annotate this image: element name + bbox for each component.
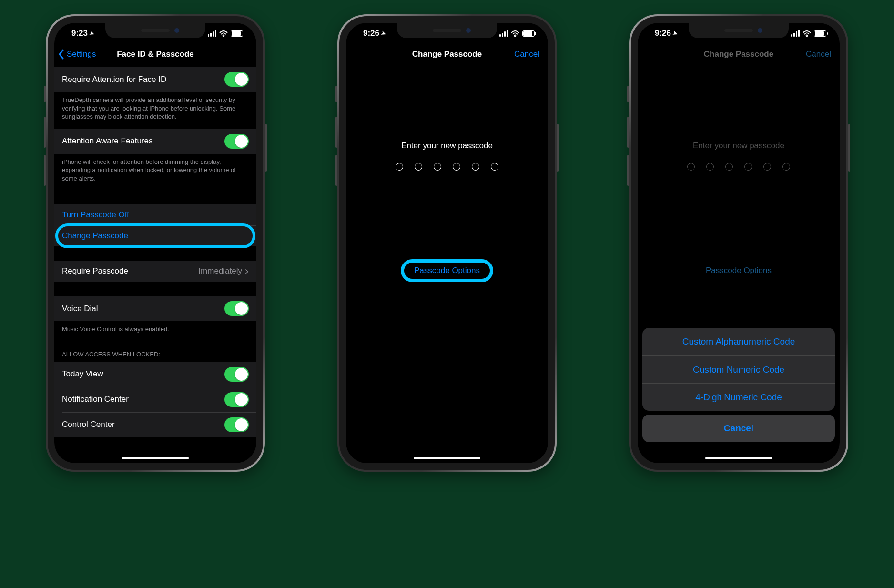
row-label: Attention Aware Features (62, 136, 153, 146)
row-detail: Immediately (198, 266, 242, 276)
location-icon: ➤ (89, 30, 95, 38)
row-require-passcode[interactable]: Require Passcode Immediately (54, 261, 256, 282)
nav-bar: Change Passcode Cancel (346, 44, 548, 65)
battery-icon (814, 30, 826, 37)
phone-2-enter-passcode: 9:26 ➤ Change Passcode Cancel Enter your… (337, 14, 557, 472)
sheet-custom-alphanumeric[interactable]: Custom Alphanumeric Code (642, 328, 835, 355)
passcode-dot (453, 163, 460, 171)
passcode-entry: Enter your new passcode (346, 65, 548, 171)
row-footer: Music Voice Control is always enabled. (54, 321, 256, 341)
cellular-icon (499, 30, 508, 37)
nav-bar: Change Passcode Cancel (638, 44, 840, 65)
row-notification-center[interactable]: Notification Center (54, 387, 256, 412)
status-time: 9:23 (71, 29, 88, 38)
page-title: Face ID & Passcode (117, 50, 194, 59)
battery-icon (522, 30, 535, 37)
status-time: 9:26 (655, 29, 671, 38)
passcode-options-label: Passcode Options (414, 266, 480, 275)
side-button (557, 124, 559, 172)
notch (105, 23, 205, 38)
home-indicator[interactable] (414, 457, 480, 459)
passcode-dot (744, 163, 752, 171)
passcode-dots (346, 163, 548, 171)
page-title: Change Passcode (412, 50, 482, 59)
passcode-options[interactable]: Passcode Options (638, 266, 840, 275)
section-header: Allow Access When Locked: (54, 341, 256, 362)
sheet-4digit-numeric[interactable]: 4-Digit Numeric Code (642, 383, 835, 411)
row-label: Change Passcode (62, 231, 128, 241)
row-label: Require Attention for Face ID (62, 75, 166, 84)
cellular-icon (208, 30, 216, 37)
home-indicator[interactable] (705, 457, 772, 459)
cellular-icon (791, 30, 800, 37)
passcode-options[interactable]: Passcode Options (346, 266, 548, 275)
wifi-icon (219, 30, 228, 37)
toggle-on-icon[interactable] (224, 367, 249, 382)
row-label: Control Center (62, 420, 115, 429)
cancel-button[interactable]: Cancel (806, 50, 831, 59)
back-label: Settings (67, 50, 96, 59)
passcode-dot (491, 163, 498, 171)
row-control-center[interactable]: Control Center (54, 412, 256, 437)
toggle-on-icon[interactable] (224, 72, 249, 87)
back-button[interactable]: Settings (58, 49, 96, 60)
passcode-dot (782, 163, 790, 171)
row-turn-passcode-off[interactable]: Turn Passcode Off (54, 204, 256, 225)
passcode-prompt: Enter your new passcode (346, 141, 548, 151)
toggle-on-icon[interactable] (224, 301, 249, 316)
status-time: 9:26 (363, 29, 379, 38)
wifi-icon (803, 30, 811, 37)
passcode-dots (638, 163, 840, 171)
sheet-cancel[interactable]: Cancel (642, 415, 835, 442)
passcode-dot (434, 163, 441, 171)
toggle-on-icon[interactable] (224, 134, 249, 149)
row-require-attention[interactable]: Require Attention for Face ID (54, 67, 256, 92)
row-footer: TrueDepth camera will provide an additio… (54, 92, 256, 129)
passcode-dot (687, 163, 695, 171)
notch (689, 23, 789, 38)
row-label: Require Passcode (62, 266, 128, 276)
passcode-dot (396, 163, 403, 171)
row-voice-dial[interactable]: Voice Dial (54, 296, 256, 321)
nav-bar: Settings Face ID & Passcode (54, 44, 256, 65)
row-attention-aware[interactable]: Attention Aware Features (54, 129, 256, 154)
phone-3-passcode-options-sheet: 9:26 ➤ Change Passcode Cancel Enter your… (629, 14, 848, 472)
side-button (848, 124, 850, 172)
action-sheet: Custom Alphanumeric Code Custom Numeric … (642, 328, 835, 446)
side-button (265, 124, 267, 172)
toggle-on-icon[interactable] (224, 417, 249, 432)
row-label: Voice Dial (62, 304, 98, 314)
location-icon: ➤ (672, 30, 679, 38)
passcode-dot (472, 163, 479, 171)
passcode-dot (763, 163, 771, 171)
row-label: Today View (62, 369, 103, 379)
row-footer: iPhone will check for attention before d… (54, 154, 256, 191)
row-today-view[interactable]: Today View (54, 362, 256, 387)
page-title: Change Passcode (704, 50, 773, 59)
cancel-button[interactable]: Cancel (514, 50, 539, 59)
passcode-entry: Enter your new passcode (638, 65, 840, 171)
home-indicator[interactable] (122, 457, 189, 459)
toggle-on-icon[interactable] (224, 392, 249, 407)
chevron-left-icon (58, 49, 65, 60)
passcode-dot (415, 163, 422, 171)
sheet-custom-numeric[interactable]: Custom Numeric Code (642, 355, 835, 383)
phone-1-faceid-settings: 9:23 ➤ Settings Face ID & Passcode (46, 14, 265, 472)
passcode-dot (706, 163, 714, 171)
location-icon: ➤ (380, 30, 387, 38)
chevron-right-icon (245, 268, 249, 274)
battery-icon (231, 30, 243, 37)
wifi-icon (511, 30, 519, 37)
passcode-prompt: Enter your new passcode (638, 141, 840, 151)
notch (397, 23, 497, 38)
row-label: Turn Passcode Off (62, 210, 129, 220)
row-change-passcode[interactable]: Change Passcode (54, 225, 256, 246)
passcode-dot (725, 163, 733, 171)
row-label: Notification Center (62, 395, 129, 404)
